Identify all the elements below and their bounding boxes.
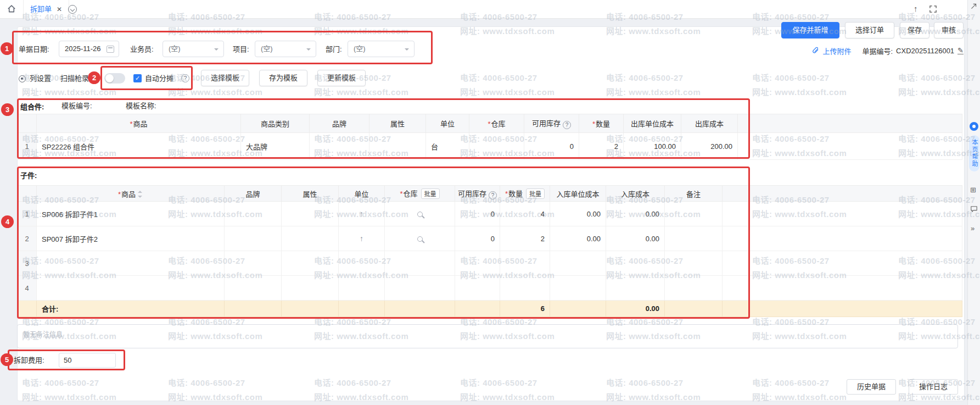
cell[interactable] [738, 133, 962, 160]
cell[interactable] [282, 251, 339, 276]
cell[interactable] [369, 133, 426, 160]
cell[interactable] [282, 202, 339, 226]
project-select[interactable]: (空) [255, 41, 316, 57]
calendar-icon[interactable] [107, 46, 114, 53]
cell[interactable]: 0 [524, 133, 579, 160]
tab-disassembly-order[interactable]: 拆卸单✕ [23, 0, 69, 19]
column-settings-icon[interactable] [19, 75, 26, 82]
date-input[interactable]: 2025-11-26 [59, 41, 119, 57]
cell[interactable] [37, 251, 225, 276]
cell[interactable] [225, 202, 282, 226]
cell[interactable] [282, 276, 339, 301]
cell[interactable] [455, 251, 500, 276]
cell[interactable] [37, 276, 225, 301]
fullscreen-icon[interactable] [929, 5, 937, 13]
cell[interactable] [282, 226, 339, 251]
cell[interactable] [385, 251, 455, 276]
cell[interactable] [339, 226, 385, 251]
select-order-button[interactable]: 选择订单 [845, 22, 894, 38]
save-and-new-button[interactable]: 保存并新增 [781, 22, 839, 38]
pin-panel-icon[interactable] [970, 3, 977, 10]
save-as-template-button[interactable]: 存为模板 [259, 70, 307, 86]
help-icon[interactable] [563, 121, 571, 129]
cell[interactable] [665, 276, 723, 301]
cell[interactable] [723, 202, 962, 226]
cell[interactable] [339, 251, 385, 276]
cell[interactable] [606, 276, 665, 301]
cell[interactable] [225, 251, 282, 276]
cell[interactable] [455, 276, 500, 301]
scroll-top-icon[interactable]: ↑ [914, 4, 918, 13]
cell[interactable]: 大品牌 [241, 133, 310, 160]
cell[interactable] [385, 226, 455, 251]
cell[interactable]: 4 [500, 202, 550, 226]
batch-button[interactable]: 批量 [526, 188, 545, 199]
edit-doc-no-icon[interactable]: ✎ [957, 47, 964, 54]
cell[interactable] [225, 276, 282, 301]
history-docs-button[interactable]: 历史单据 [847, 379, 896, 395]
collapse-strip-icon[interactable]: » [971, 224, 975, 232]
cell[interactable] [469, 133, 524, 160]
tab-list-chevron-icon[interactable] [68, 5, 77, 14]
cell[interactable] [310, 133, 369, 160]
cell[interactable] [723, 276, 962, 301]
cell[interactable]: 200.00 [681, 133, 738, 160]
cell[interactable]: 0.00 [606, 226, 665, 251]
arrow-up-icon[interactable] [360, 235, 363, 243]
cell[interactable]: SP007 拆卸子件2 [37, 226, 225, 251]
arrow-up-icon[interactable] [360, 210, 363, 218]
cell[interactable] [500, 251, 550, 276]
cell[interactable] [723, 251, 962, 276]
service-float-icon[interactable] [970, 122, 978, 131]
sort-icon[interactable] [138, 191, 143, 198]
cell[interactable] [225, 226, 282, 251]
home-icon[interactable] [7, 4, 19, 15]
update-template-button[interactable]: 更新模板 [317, 70, 366, 86]
disassembly-fee-input[interactable] [59, 353, 116, 368]
cell[interactable] [665, 226, 723, 251]
cell[interactable]: SP006 拆卸子件1 [37, 202, 225, 226]
widget-grid-icon[interactable]: ⊞ [970, 186, 976, 194]
cell[interactable]: 0.00 [550, 226, 606, 251]
cell[interactable] [500, 276, 550, 301]
cell[interactable]: 2 [579, 133, 624, 160]
audit-button[interactable]: 审核 [934, 22, 964, 38]
search-icon[interactable] [417, 212, 423, 217]
select-template-button[interactable]: 选择模板 [201, 70, 249, 86]
cell[interactable] [550, 276, 606, 301]
auto-allocate-help-icon[interactable] [181, 74, 189, 82]
cell[interactable] [339, 202, 385, 226]
cell[interactable]: 100.00 [624, 133, 681, 160]
chat-icon[interactable] [970, 206, 978, 213]
cell[interactable] [339, 276, 385, 301]
cell[interactable]: 2 [500, 226, 550, 251]
operation-log-button[interactable]: 操作日志 [909, 379, 958, 395]
upload-attachment-link[interactable]: 上传附件 [822, 46, 851, 56]
cell[interactable] [385, 276, 455, 301]
column-settings-button[interactable]: 列设置 [30, 74, 51, 84]
cell[interactable] [606, 251, 665, 276]
cell[interactable]: 0.00 [550, 202, 606, 226]
total-cell [225, 301, 282, 317]
cell[interactable]: SP22226 组合件 [37, 133, 241, 160]
cell[interactable]: 台 [426, 133, 469, 160]
cell[interactable]: 0 [455, 202, 500, 226]
tab-close-icon[interactable]: ✕ [57, 5, 62, 13]
batch-button[interactable]: 批量 [421, 188, 440, 199]
cell[interactable] [723, 226, 962, 251]
salesman-select[interactable]: (空) [163, 41, 224, 57]
help-icon[interactable] [489, 191, 497, 199]
search-icon[interactable] [417, 236, 423, 242]
page-help-button[interactable]: 本页帮助 [969, 135, 979, 171]
department-select[interactable]: (空) [348, 41, 415, 57]
cell[interactable] [665, 202, 723, 226]
scanner-entry-toggle[interactable] [104, 73, 125, 84]
cell[interactable] [385, 202, 455, 226]
auto-allocate-checkbox[interactable] [133, 74, 142, 82]
cell[interactable]: 0.00 [606, 202, 665, 226]
cell[interactable]: 0 [455, 226, 500, 251]
remark-textarea[interactable] [17, 324, 958, 348]
save-button[interactable]: 保存 [900, 22, 929, 38]
cell[interactable] [550, 251, 606, 276]
cell[interactable] [665, 251, 723, 276]
